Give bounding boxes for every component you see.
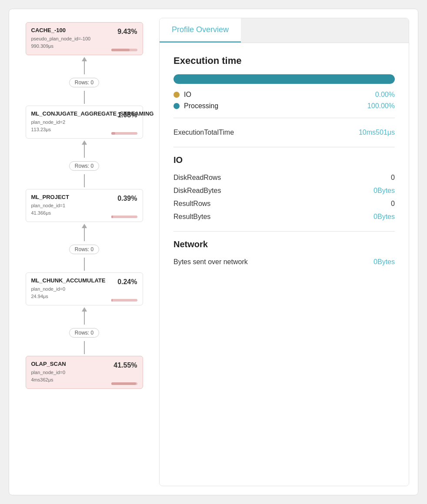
node-bar-ml-project xyxy=(111,216,137,218)
node-card-olap-scan[interactable]: OLAP_SCAN plan_node_id=0 4ms362μs 41.55% xyxy=(26,356,143,389)
progress-bar-fill xyxy=(173,74,395,84)
node-card-ml-project[interactable]: ML_PROJECT plan_node_id=1 41.366μs 0.39% xyxy=(26,189,143,222)
arrow-line-1b xyxy=(84,91,85,104)
disk-read-rows-value: 0 xyxy=(391,174,395,182)
node-percent-ml-chunk: 0.24% xyxy=(117,278,137,286)
node-sub-cache: pseudo_plan_node_id=-100 990.309μs xyxy=(31,35,137,50)
execution-total-row: ExecutionTotalTime 10ms501μs xyxy=(173,126,395,139)
arrow-line-2b xyxy=(84,174,85,187)
tab-placeholder xyxy=(241,18,409,43)
processing-legend-value: 100.00% xyxy=(367,102,395,110)
arrow-line-1 xyxy=(84,61,85,74)
arrow-line-4 xyxy=(84,312,85,325)
io-dot xyxy=(173,92,180,98)
node-percent-olap-scan: 41.55% xyxy=(113,361,137,369)
arrow-line-2 xyxy=(84,145,85,158)
divider-2 xyxy=(173,147,395,147)
node-card-ml-chunk[interactable]: ML_CHUNK_ACCUMULATE plan_node_id=0 24.94… xyxy=(26,272,143,305)
rows-badge-4: Rows: 0 xyxy=(69,328,99,338)
execution-total-label: ExecutionTotalTime xyxy=(173,129,234,136)
result-bytes-value: 0Bytes xyxy=(374,213,395,221)
result-rows-row: ResultRows 0 xyxy=(173,197,395,210)
arrow-2b xyxy=(84,174,85,187)
node-sub-olap-scan: plan_node_id=0 4ms362μs xyxy=(31,369,137,383)
arrow-head-3 xyxy=(82,224,87,228)
divider-3 xyxy=(173,231,395,232)
result-bytes-label: ResultBytes xyxy=(173,213,210,221)
main-container: CACHE_-100 pseudo_plan_node_id=-100 990.… xyxy=(9,9,418,495)
arrow-1b xyxy=(84,91,85,104)
disk-read-bytes-value: 0Bytes xyxy=(374,187,395,195)
node-bar-ml-conjugate xyxy=(111,132,137,135)
node-bar-olap-scan xyxy=(111,382,137,385)
io-legend-label: IO xyxy=(184,91,191,99)
arrow-head-1 xyxy=(82,57,87,61)
left-panel: CACHE_-100 pseudo_plan_node_id=-100 990.… xyxy=(18,18,150,486)
disk-read-rows-row: DiskReadRows 0 xyxy=(173,171,395,184)
execution-total-value: 10ms501μs xyxy=(359,129,395,136)
arrow-3 xyxy=(82,224,87,241)
rows-badge-3: Rows: 0 xyxy=(69,245,99,254)
node-card-cache[interactable]: CACHE_-100 pseudo_plan_node_id=-100 990.… xyxy=(26,22,143,55)
io-legend-row: IO 0.00% xyxy=(173,91,395,99)
execution-time-title: Execution time xyxy=(173,55,395,66)
disk-read-bytes-row: DiskReadBytes 0Bytes xyxy=(173,184,395,197)
arrow-line-3 xyxy=(84,228,85,241)
arrow-2 xyxy=(82,140,87,158)
divider-1 xyxy=(173,118,395,118)
node-sub-ml-chunk: plan_node_id=0 24.94μs xyxy=(31,285,137,300)
arrow-4 xyxy=(82,307,87,325)
disk-read-rows-label: DiskReadRows xyxy=(173,174,221,182)
bytes-sent-label: Bytes sent over network xyxy=(173,258,248,266)
disk-read-bytes-label: DiskReadBytes xyxy=(173,187,221,195)
tabs-row: Profile Overview xyxy=(160,18,409,43)
node-sub-ml-conjugate: plan_node_id=2 113.23μs xyxy=(31,119,137,133)
rows-badge-1: Rows: 0 xyxy=(69,78,99,87)
bytes-sent-row: Bytes sent over network 0Bytes xyxy=(173,255,395,269)
processing-legend-left: Processing xyxy=(173,102,218,110)
io-legend-left: IO xyxy=(173,91,191,99)
node-card-ml-conjugate[interactable]: ML_CONJUGATE_AGGREGATE_STREAMING plan_no… xyxy=(26,106,143,139)
result-rows-value: 0 xyxy=(391,200,395,208)
arrow-1 xyxy=(82,57,87,74)
node-sub-ml-project: plan_node_id=1 41.366μs xyxy=(31,202,137,216)
processing-legend-label: Processing xyxy=(184,102,218,110)
bytes-sent-value: 0Bytes xyxy=(374,258,395,266)
io-legend-value: 0.00% xyxy=(375,91,395,99)
result-bytes-row: ResultBytes 0Bytes xyxy=(173,210,395,223)
execution-progress-bar xyxy=(173,74,395,84)
right-panel: Profile Overview Execution time IO 0.00% xyxy=(159,18,409,486)
arrow-line-4b xyxy=(84,341,85,354)
processing-legend-row: Processing 100.00% xyxy=(173,102,395,110)
node-percent-ml-conjugate: 1.08% xyxy=(117,111,137,119)
node-percent-cache: 9.43% xyxy=(117,28,137,36)
arrow-head-4 xyxy=(82,307,87,312)
result-rows-label: ResultRows xyxy=(173,200,210,208)
arrow-line-3b xyxy=(84,258,85,271)
node-bar-ml-chunk xyxy=(111,299,137,302)
processing-dot xyxy=(173,103,180,109)
network-section-title: Network xyxy=(173,239,395,249)
tab-profile-overview[interactable]: Profile Overview xyxy=(160,18,241,43)
arrow-3b xyxy=(84,258,85,271)
panel-content: Execution time IO 0.00% Processing 100.0… xyxy=(160,43,409,486)
arrow-4b xyxy=(84,341,85,354)
node-bar-cache xyxy=(111,49,137,51)
rows-badge-2: Rows: 0 xyxy=(69,161,99,171)
arrow-head-2 xyxy=(82,140,87,145)
tab-profile-overview-label: Profile Overview xyxy=(172,25,229,34)
io-section-title: IO xyxy=(173,155,395,165)
node-percent-ml-project: 0.39% xyxy=(117,195,137,202)
